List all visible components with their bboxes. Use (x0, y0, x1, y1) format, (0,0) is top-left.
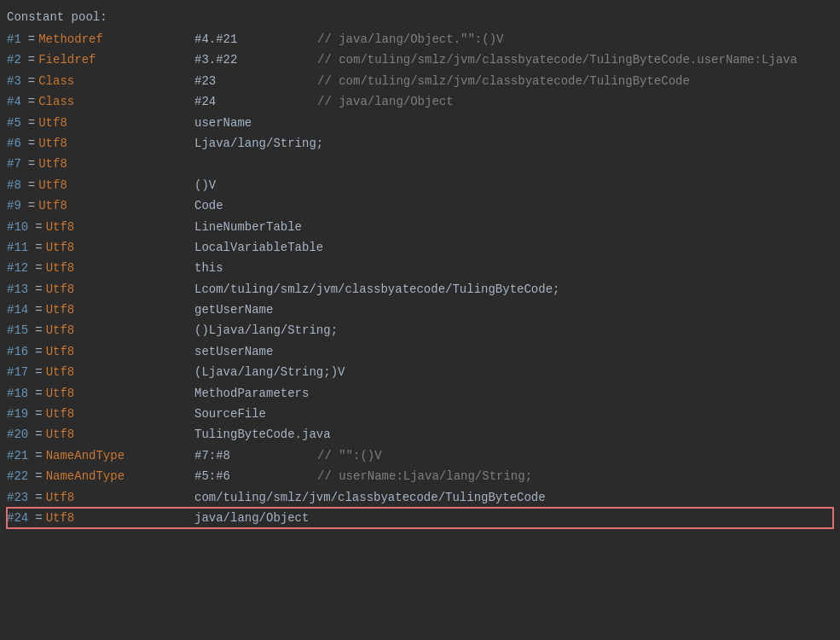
entry-id-type: #19=Utf8 (7, 404, 194, 423)
entry-ref: setUserName (194, 342, 314, 361)
entry-id-type: #22=NameAndType (7, 467, 194, 486)
entry-ref: Lcom/tuling/smlz/jvm/classbyatecode/Tuli… (194, 280, 559, 299)
pool-entry-2: #2=Fieldref#3.#22// com/tuling/smlz/jvm/… (7, 49, 833, 70)
pool-entry-10: #10=Utf8LineNumberTable (7, 217, 833, 237)
pool-entry-22: #22=NameAndType#5:#6// userName:Ljava/la… (7, 466, 833, 486)
pool-entry-18: #18=Utf8MethodParameters (7, 383, 833, 404)
entry-ref: Ljava/lang/String; (194, 134, 323, 153)
entry-id-type: #16=Utf8 (7, 342, 194, 361)
pool-entry-11: #11=Utf8LocalVariableTable (7, 237, 833, 258)
entry-ref: (Ljava/lang/String;)V (194, 363, 345, 381)
entry-id-type: #11=Utf8 (7, 238, 194, 257)
entry-id-type: #7=Utf8 (7, 154, 194, 173)
entry-id-type: #12=Utf8 (7, 259, 194, 277)
pool-entry-17: #17=Utf8(Ljava/lang/String;)V (7, 362, 833, 382)
pool-entry-21: #21=NameAndType#7:#8// "":()V (7, 445, 833, 466)
code-container: Constant pool: #1=Methodref#4.#21// java… (0, 0, 840, 640)
entry-id-type: #20=Utf8 (7, 425, 194, 444)
entry-comment: // userName:Ljava/lang/String; (317, 467, 532, 486)
entry-ref: #5:#6 (194, 467, 314, 486)
entry-id-type: #24=Utf8 (7, 509, 194, 527)
entry-ref: userName (194, 113, 314, 132)
entry-ref: SourceFile (194, 404, 314, 423)
pool-entry-3: #3=Class#23// com/tuling/smlz/jvm/classb… (7, 71, 833, 91)
entry-id-type: #10=Utf8 (7, 218, 194, 236)
entry-ref: #4.#21 (194, 30, 314, 49)
entry-ref: #3.#22 (194, 50, 314, 69)
entry-comment: // "":()V (317, 446, 382, 465)
entry-id-type: #8=Utf8 (7, 176, 194, 195)
entry-ref: TulingByteCode.java (194, 425, 331, 444)
pool-entry-16: #16=Utf8setUserName (7, 341, 833, 362)
entry-id-type: #15=Utf8 (7, 321, 194, 340)
entry-id-type: #23=Utf8 (7, 488, 194, 507)
entry-ref: ()V (194, 176, 314, 195)
entry-id-type: #1=Methodref (7, 30, 194, 49)
pool-entry-23: #23=Utf8com/tuling/smlz/jvm/classbyateco… (7, 487, 833, 508)
entry-id-type: #17=Utf8 (7, 363, 194, 381)
pool-entry-1: #1=Methodref#4.#21// java/lang/Object.""… (7, 29, 833, 49)
pool-entry-5: #5=Utf8userName (7, 113, 833, 133)
entry-ref: #7:#8 (194, 446, 314, 465)
constant-pool-header: Constant pool: (7, 9, 833, 26)
entry-id-type: #13=Utf8 (7, 280, 194, 299)
pool-entry-19: #19=Utf8SourceFile (7, 404, 833, 424)
entry-ref: #24 (194, 92, 314, 111)
entry-id-type: #6=Utf8 (7, 134, 194, 153)
pool-entry-9: #9=Utf8Code (7, 195, 833, 216)
entry-id-type: #2=Fieldref (7, 50, 194, 69)
pool-entry-13: #13=Utf8Lcom/tuling/smlz/jvm/classbyatec… (7, 279, 833, 300)
entry-ref: MethodParameters (194, 384, 314, 403)
pool-entry-8: #8=Utf8()V (7, 175, 833, 195)
entry-comment: // java/lang/Object."":()V (317, 30, 503, 49)
pool-entry-15: #15=Utf8()Ljava/lang/String; (7, 320, 833, 340)
pool-entry-20: #20=Utf8TulingByteCode.java (7, 424, 833, 445)
entry-ref: com/tuling/smlz/jvm/classbyatecode/Tulin… (194, 488, 546, 507)
entry-comment: // java/lang/Object (317, 92, 454, 111)
entry-id-type: #3=Class (7, 72, 194, 90)
entry-id-type: #14=Utf8 (7, 300, 194, 319)
entry-ref: this (194, 259, 314, 277)
entry-comment: // com/tuling/smlz/jvm/classbyatecode/Tu… (317, 50, 797, 69)
entry-ref: getUserName (194, 300, 314, 319)
entry-ref: LocalVariableTable (194, 238, 323, 257)
entry-id-type: #21=NameAndType (7, 446, 194, 465)
pool-entry-14: #14=Utf8getUserName (7, 300, 833, 320)
entry-ref: ()Ljava/lang/String; (194, 321, 338, 340)
entry-comment: // com/tuling/smlz/jvm/classbyatecode/Tu… (317, 72, 690, 90)
entry-id-type: #18=Utf8 (7, 384, 194, 403)
entry-ref: java/lang/Object (194, 509, 314, 527)
pool-entry-4: #4=Class#24// java/lang/Object (7, 91, 833, 112)
pool-entry-7: #7=Utf8 (7, 154, 833, 174)
entry-id-type: #4=Class (7, 92, 194, 111)
pool-entry-24: #24=Utf8java/lang/Object (7, 508, 833, 528)
entry-id-type: #5=Utf8 (7, 113, 194, 132)
entry-ref: #23 (194, 72, 314, 90)
entry-ref: LineNumberTable (194, 218, 314, 236)
entry-ref: Code (194, 196, 314, 215)
pool-entry-12: #12=Utf8this (7, 258, 833, 278)
entry-id-type: #9=Utf8 (7, 196, 194, 215)
pool-entry-6: #6=Utf8Ljava/lang/String; (7, 133, 833, 154)
